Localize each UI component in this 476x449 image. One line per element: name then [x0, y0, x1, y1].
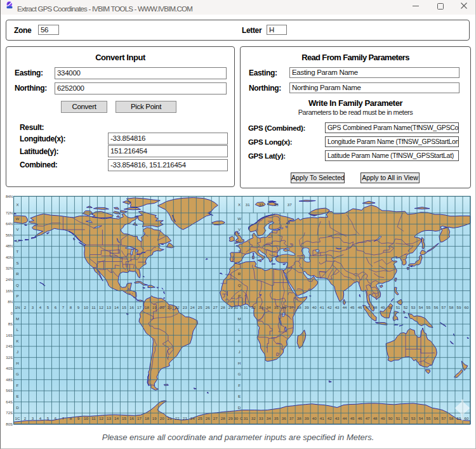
svg-text:20: 20 — [160, 305, 164, 309]
svg-text:33: 33 — [259, 305, 263, 309]
svg-text:53: 53 — [411, 305, 416, 309]
svg-text:24N: 24N — [6, 278, 13, 282]
svg-text:2: 2 — [24, 416, 27, 420]
svg-text:54: 54 — [419, 305, 423, 309]
svg-text:72N: 72N — [6, 211, 13, 215]
svg-text:33: 33 — [259, 416, 263, 420]
svg-text:15: 15 — [122, 305, 126, 309]
svg-text:X: X — [238, 202, 241, 207]
svg-text:39: 39 — [305, 416, 309, 420]
svg-text:40: 40 — [312, 416, 317, 420]
svg-text:42: 42 — [327, 305, 332, 309]
svg-text:30: 30 — [234, 305, 238, 309]
svg-text:2: 2 — [24, 305, 27, 309]
svg-text:56: 56 — [434, 416, 439, 420]
svg-text:55: 55 — [426, 305, 431, 309]
svg-text:26: 26 — [206, 305, 210, 309]
svg-text:37: 37 — [288, 202, 292, 207]
svg-text:40: 40 — [312, 305, 317, 309]
svg-text:29: 29 — [228, 416, 233, 420]
svg-text:24: 24 — [190, 416, 195, 420]
svg-text:X: X — [16, 202, 18, 207]
svg-text:80S: 80S — [6, 422, 13, 426]
svg-text:25: 25 — [198, 305, 202, 309]
svg-text:46: 46 — [358, 416, 362, 420]
svg-text:36: 36 — [282, 416, 286, 420]
svg-text:50: 50 — [388, 305, 393, 309]
svg-text:60: 60 — [465, 416, 469, 420]
svg-text:S: S — [238, 261, 241, 265]
svg-text:41: 41 — [320, 416, 324, 420]
svg-text:45: 45 — [350, 305, 355, 309]
svg-text:31: 31 — [244, 416, 248, 420]
svg-text:8S: 8S — [8, 322, 13, 326]
svg-text:31: 31 — [244, 305, 248, 309]
svg-text:27: 27 — [213, 416, 218, 420]
svg-text:U: U — [238, 238, 241, 243]
svg-text:28: 28 — [221, 305, 225, 309]
svg-text:W: W — [237, 216, 241, 221]
svg-text:48: 48 — [373, 416, 378, 420]
svg-text:56N: 56N — [6, 233, 13, 237]
svg-text:10: 10 — [84, 305, 88, 309]
svg-text:31: 31 — [246, 202, 250, 207]
svg-text:F: F — [17, 383, 19, 387]
svg-text:22: 22 — [175, 416, 180, 420]
svg-text:J: J — [239, 349, 241, 354]
svg-text:16: 16 — [129, 416, 134, 420]
svg-text:8: 8 — [70, 305, 72, 309]
svg-text:27: 27 — [213, 305, 218, 309]
svg-text:56S: 56S — [6, 389, 13, 393]
svg-text:37: 37 — [289, 305, 294, 309]
svg-text:T: T — [238, 249, 241, 254]
svg-text:84N: 84N — [6, 195, 13, 198]
svg-text:23: 23 — [183, 416, 187, 420]
svg-text:55: 55 — [426, 416, 431, 420]
svg-text:9: 9 — [77, 416, 80, 420]
svg-text:R: R — [16, 271, 19, 276]
svg-text:21: 21 — [168, 416, 172, 420]
svg-text:58: 58 — [449, 416, 454, 420]
svg-text:3: 3 — [32, 416, 34, 420]
svg-text:35: 35 — [274, 305, 279, 309]
svg-text:8: 8 — [70, 416, 72, 420]
svg-text:22: 22 — [175, 305, 180, 309]
svg-text:59: 59 — [457, 416, 461, 420]
svg-text:44: 44 — [343, 305, 347, 309]
svg-text:45: 45 — [350, 416, 355, 420]
svg-text:E: E — [238, 394, 241, 398]
svg-text:50: 50 — [388, 416, 393, 420]
svg-text:49: 49 — [381, 305, 385, 309]
svg-text:W: W — [16, 216, 20, 221]
svg-text:40S: 40S — [6, 367, 13, 370]
svg-text:38: 38 — [297, 416, 301, 420]
svg-text:0: 0 — [11, 311, 13, 315]
svg-text:5: 5 — [47, 416, 50, 420]
svg-text:8N: 8N — [8, 300, 13, 304]
svg-text:41: 41 — [320, 305, 324, 309]
svg-text:1N: 1N — [15, 305, 20, 309]
svg-text:L: L — [17, 327, 19, 332]
svg-text:G: G — [16, 372, 19, 376]
svg-text:L: L — [238, 327, 241, 332]
svg-text:51: 51 — [396, 305, 400, 309]
svg-text:56: 56 — [434, 305, 439, 309]
svg-text:24: 24 — [190, 305, 195, 309]
svg-text:R: R — [238, 271, 241, 276]
svg-text:24S: 24S — [6, 344, 13, 348]
svg-text:12: 12 — [99, 416, 103, 420]
svg-text:T: T — [17, 249, 19, 254]
svg-text:H: H — [16, 361, 18, 365]
svg-text:4: 4 — [39, 305, 42, 309]
svg-text:P: P — [16, 294, 18, 298]
svg-text:32: 32 — [251, 416, 256, 420]
svg-text:51: 51 — [396, 416, 400, 420]
svg-text:D: D — [16, 405, 19, 410]
svg-text:36: 36 — [282, 305, 286, 309]
svg-text:M: M — [16, 316, 19, 321]
svg-text:58: 58 — [449, 305, 454, 309]
svg-text:35: 35 — [274, 416, 279, 420]
svg-text:16: 16 — [129, 305, 134, 309]
svg-text:23: 23 — [183, 305, 187, 309]
svg-text:32N: 32N — [6, 266, 13, 270]
